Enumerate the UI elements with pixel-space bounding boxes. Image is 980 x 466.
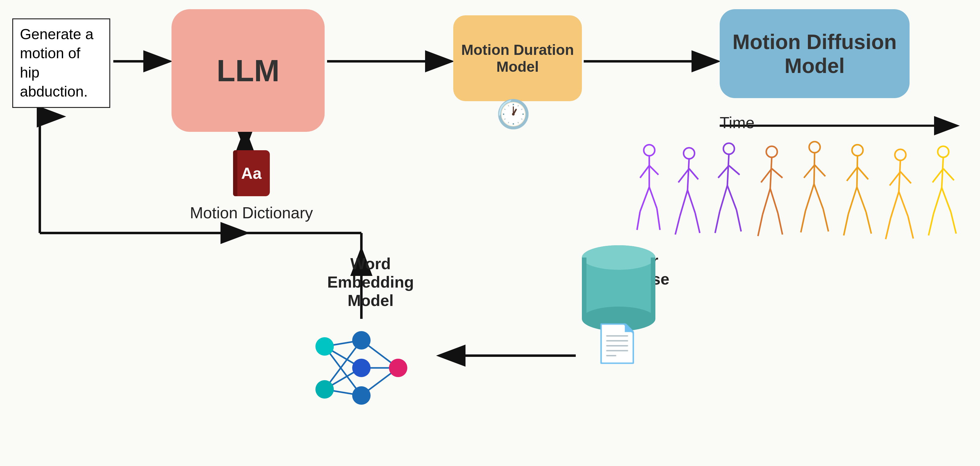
motion-dictionary-label: Motion Dictionary: [190, 204, 313, 222]
svg-line-64: [866, 212, 871, 234]
svg-line-58: [857, 156, 858, 187]
svg-line-28: [689, 169, 698, 179]
svg-point-33: [723, 143, 734, 154]
motion-diffusion-label: Motion Diffusion Model: [726, 30, 904, 78]
time-label: Time: [720, 113, 755, 132]
motion-duration-label: Motion Duration Model: [460, 41, 576, 75]
svg-line-42: [770, 157, 772, 188]
svg-line-70: [899, 192, 908, 217]
svg-line-36: [729, 166, 740, 175]
document-icon: 📄: [594, 322, 640, 365]
svg-point-92: [352, 331, 371, 350]
svg-line-74: [942, 157, 943, 188]
svg-line-79: [929, 214, 934, 235]
svg-line-38: [727, 185, 737, 210]
word-embedding-model-label: Word Embedding Model: [312, 254, 429, 310]
svg-point-41: [766, 146, 777, 157]
svg-line-32: [695, 213, 700, 233]
svg-line-31: [675, 216, 680, 235]
svg-line-56: [823, 209, 829, 231]
svg-rect-101: [651, 257, 655, 319]
svg-line-51: [804, 165, 815, 178]
svg-line-71: [886, 218, 891, 239]
svg-line-19: [640, 166, 649, 178]
cylinder-vector-database-icon: [576, 236, 662, 334]
svg-line-69: [891, 192, 899, 218]
svg-line-40: [737, 210, 741, 231]
svg-line-50: [814, 153, 815, 184]
motion-dictionary-area: Motion Dictionary: [190, 150, 313, 222]
svg-line-63: [844, 214, 848, 235]
svg-line-52: [815, 165, 825, 176]
svg-line-39: [715, 212, 720, 233]
svg-line-26: [687, 159, 689, 190]
svg-line-46: [770, 188, 778, 213]
svg-line-59: [847, 167, 858, 181]
svg-line-80: [951, 212, 956, 234]
svg-point-17: [644, 145, 655, 156]
neural-network-icon: [306, 322, 417, 414]
motion-diffusion-model-box: Motion Diffusion Model: [720, 9, 910, 98]
skeleton-figures: [628, 135, 971, 251]
svg-line-53: [805, 184, 814, 211]
svg-rect-100: [582, 257, 587, 319]
svg-point-25: [684, 148, 695, 159]
svg-point-49: [809, 142, 820, 153]
svg-point-99: [582, 245, 655, 270]
svg-point-91: [315, 380, 334, 399]
svg-line-24: [657, 209, 660, 230]
svg-line-54: [814, 184, 823, 209]
svg-line-20: [649, 166, 659, 175]
svg-line-37: [720, 185, 727, 212]
text-prompt-box: Generate a motion of hip abduction.: [12, 18, 110, 108]
svg-line-45: [762, 188, 770, 215]
svg-point-95: [389, 359, 407, 377]
svg-line-21: [640, 187, 649, 212]
svg-line-77: [934, 188, 942, 214]
svg-line-48: [778, 213, 783, 235]
svg-line-22: [649, 187, 657, 209]
llm-label: LLM: [216, 53, 279, 88]
clock-icon: 🕐: [496, 98, 530, 130]
text-prompt-label: Generate a motion of hip abduction.: [20, 26, 94, 100]
svg-point-57: [852, 145, 863, 156]
svg-line-60: [858, 167, 868, 179]
svg-point-93: [352, 359, 371, 377]
svg-line-30: [687, 190, 695, 213]
svg-line-76: [943, 169, 954, 180]
svg-point-65: [895, 149, 906, 160]
svg-line-23: [637, 212, 640, 230]
svg-line-62: [857, 187, 866, 212]
llm-box: LLM: [172, 9, 325, 132]
book-icon: [233, 150, 270, 196]
svg-line-55: [801, 211, 805, 232]
svg-line-29: [680, 190, 687, 216]
svg-line-66: [899, 160, 900, 192]
svg-point-94: [352, 386, 371, 405]
svg-line-34: [727, 154, 729, 185]
svg-point-90: [315, 337, 334, 356]
svg-line-78: [942, 188, 951, 212]
svg-line-44: [772, 169, 783, 178]
svg-line-68: [900, 172, 911, 184]
svg-point-73: [938, 146, 949, 157]
motion-duration-model-box: Motion Duration Model: [453, 15, 582, 101]
svg-line-47: [758, 215, 762, 236]
svg-line-61: [848, 187, 857, 214]
svg-line-72: [908, 217, 913, 238]
